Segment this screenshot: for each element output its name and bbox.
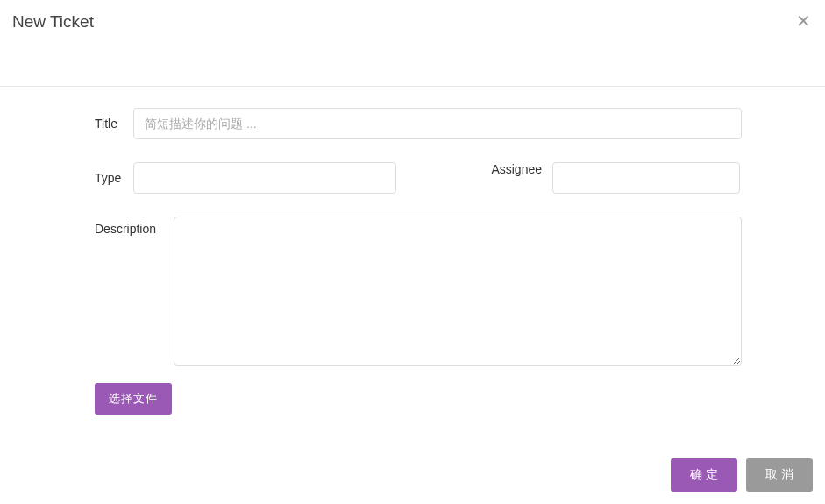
description-row: Description <box>95 217 742 366</box>
cancel-button[interactable]: 取消 <box>746 458 813 492</box>
description-textarea[interactable] <box>174 217 742 366</box>
title-row: Title <box>95 108 742 139</box>
type-assignee-wrap: Assignee <box>133 162 742 194</box>
form-body: Title Type Assignee Description 选择文件 <box>0 87 825 432</box>
choose-file-button[interactable]: 选择文件 <box>95 383 172 415</box>
description-label: Description <box>95 217 174 236</box>
title-input[interactable] <box>133 108 742 139</box>
type-assignee-row: Type Assignee <box>95 162 742 194</box>
close-icon: ✕ <box>796 11 811 31</box>
type-input[interactable] <box>133 162 396 194</box>
assignee-label: Assignee <box>491 162 552 194</box>
title-label: Title <box>95 117 133 131</box>
assignee-input[interactable] <box>552 162 740 194</box>
type-label: Type <box>95 171 133 185</box>
modal-header: New Ticket ✕ <box>0 0 825 44</box>
close-button[interactable]: ✕ <box>796 12 811 30</box>
confirm-button[interactable]: 确定 <box>671 458 737 492</box>
modal-footer: 确定 取消 <box>671 458 813 492</box>
modal-title: New Ticket <box>12 12 94 32</box>
